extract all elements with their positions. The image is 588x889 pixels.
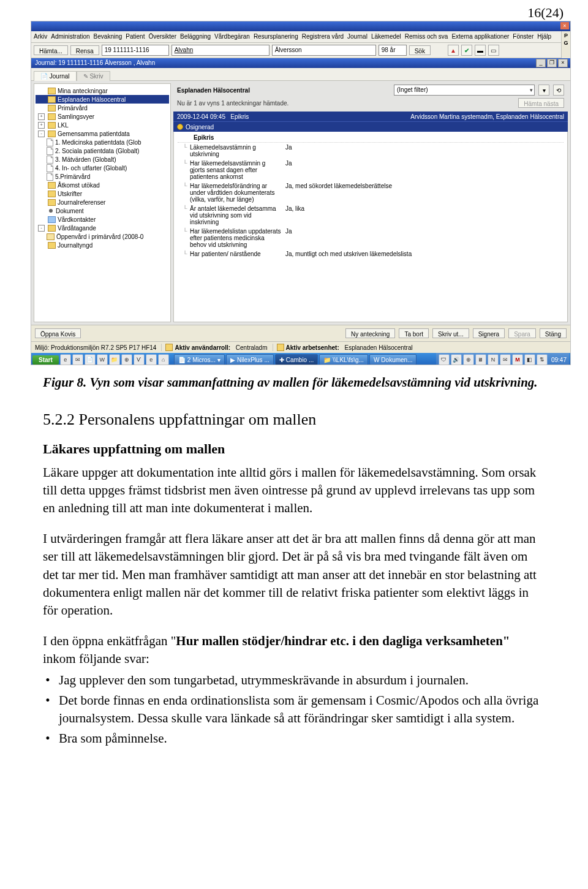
- stang-button[interactable]: Stäng: [540, 328, 567, 338]
- action-bar: Öppna Kovis Ny anteckning Ta bort Skriv …: [31, 325, 570, 341]
- firstname-field[interactable]: Alvahn: [172, 45, 270, 56]
- tree-item[interactable]: Journalreferenser: [36, 198, 169, 206]
- filter-btn-2[interactable]: ⟲: [553, 85, 564, 96]
- paragraph: I den öppna enkätfrågan "Hur mallen stöd…: [43, 632, 545, 668]
- task-button[interactable]: 📄 2 Micros... ▾: [174, 354, 225, 365]
- ql-icon[interactable]: Ѵ: [134, 354, 145, 365]
- hamta-button[interactable]: Hämta...: [34, 45, 68, 55]
- restore-icon[interactable]: ❐: [547, 59, 557, 67]
- heading-5-2-2: 5.2.2 Personalens uppfattningar om malle…: [43, 409, 545, 431]
- tree-item[interactable]: 5.Primärvård: [36, 172, 169, 181]
- folder-icon: [48, 113, 56, 120]
- folder-icon: [48, 182, 56, 189]
- tree-item[interactable]: 2. Sociala patientdata (Globalt): [36, 146, 169, 155]
- start-button[interactable]: Start: [32, 355, 59, 365]
- ql-icon[interactable]: 📄: [85, 354, 96, 365]
- filter-btn-1[interactable]: ▾: [538, 85, 549, 96]
- tree-item[interactable]: -Gemensamma patientdata: [36, 129, 169, 138]
- rensa-button[interactable]: Rensa: [70, 45, 99, 55]
- tab-skriv[interactable]: ✎ Skriv: [77, 71, 110, 81]
- clock: 09:47: [551, 357, 567, 363]
- tree-item[interactable]: Journaltyngd: [36, 241, 169, 249]
- task-button[interactable]: 📁 \\LKL\fs\g...: [319, 354, 368, 365]
- folder-icon: [48, 225, 56, 232]
- tree-item[interactable]: +LKL: [36, 121, 169, 129]
- skrivut-button[interactable]: Skriv ut...: [432, 328, 469, 338]
- tree-item[interactable]: +Samlingsvyer: [36, 112, 169, 121]
- note-status-band: Osignerad: [173, 121, 568, 132]
- tree-item[interactable]: Primärvård: [36, 104, 169, 112]
- tree-item[interactable]: Dokument: [36, 206, 169, 215]
- ql-icon[interactable]: 📁: [109, 354, 120, 365]
- tree-item[interactable]: Utskrifter: [36, 189, 169, 198]
- oppna-kovis-button[interactable]: Öppna Kovis: [35, 328, 81, 338]
- folder-open-icon: [47, 233, 55, 240]
- folder-icon: [48, 96, 56, 103]
- figure-caption: Figur 8. Vyn som visar sammanfattning av…: [43, 374, 545, 392]
- filter-select[interactable]: (Inget filter): [394, 85, 535, 96]
- folder-icon: [48, 105, 56, 112]
- env-label: Miljö: Produktionsmiljön R7.2 SP5 P17 HF…: [35, 344, 156, 351]
- close-icon[interactable]: ×: [558, 59, 568, 67]
- menubar[interactable]: ArkivAdministrationBevakningPatientÖvers…: [31, 31, 561, 43]
- status-bar: Miljö: Produktionsmiljön R7.2 SP5 P17 HF…: [31, 341, 570, 353]
- page-icon: [47, 147, 53, 155]
- tool-icon[interactable]: ▬: [475, 45, 486, 56]
- signera-button[interactable]: Signera: [473, 328, 505, 338]
- close-icon[interactable]: ×: [560, 22, 569, 29]
- sok-button[interactable]: Sök: [409, 45, 431, 55]
- folder-icon: [48, 122, 56, 129]
- task-button[interactable]: ▶ NilexPlus ...: [226, 354, 274, 365]
- note-body[interactable]: Epikris └Läkemedelsavstämnin g utskrivni…: [173, 132, 568, 322]
- ny-anteckning-button[interactable]: Ny anteckning: [345, 328, 395, 338]
- task-button-active[interactable]: ✚ Cambio ...: [275, 354, 318, 365]
- ql-icon[interactable]: ⌂: [158, 354, 169, 365]
- task-button[interactable]: W Dokumen...: [369, 354, 417, 365]
- heading-lakare: Läkares uppfattning om mallen: [43, 440, 545, 459]
- page-icon: [47, 156, 53, 164]
- page-icon: [47, 138, 53, 146]
- bullet-list: Jag upplever den som tungarbetad, utrymm…: [56, 671, 545, 747]
- dot-icon: [49, 209, 53, 213]
- list-item: Bra som påminnelse.: [56, 730, 545, 747]
- minimize-icon[interactable]: _: [536, 59, 546, 67]
- ql-icon[interactable]: e: [60, 354, 71, 365]
- ql-icon[interactable]: ✉: [72, 354, 83, 365]
- note-heading: Epikris: [178, 132, 564, 143]
- windows-taskbar[interactable]: Start e ✉ 📄 W 📁 ⊕ Ѵ e ⌂ 📄 2 Micros... ▾ …: [31, 353, 570, 365]
- page-number: 16(24): [0, 0, 588, 21]
- nav-tree[interactable]: Mina anteckningarEsplanaden Hälsocentral…: [34, 83, 171, 322]
- tree-item[interactable]: Esplanaden Hälsocentral: [36, 95, 169, 104]
- tree-item[interactable]: Mina anteckningar: [36, 86, 169, 95]
- folder-icon: [48, 131, 56, 137]
- warning-icon[interactable]: ▲: [448, 45, 459, 56]
- ql-icon[interactable]: ⊕: [121, 354, 132, 365]
- lastname-field[interactable]: Älversson: [272, 45, 376, 56]
- screenshot: × ArkivAdministrationBevakningPatientÖve…: [31, 21, 571, 365]
- journal-title: Journal: 19 111111-1116 Älversson , Alva…: [35, 59, 155, 66]
- list-item: Det borde finnas en enda ordinationslist…: [56, 692, 545, 728]
- folder-icon: [48, 242, 56, 249]
- tree-item[interactable]: 3. Mätvärden (Globalt): [36, 155, 169, 164]
- tree-item[interactable]: 4. In- och utfarter (Globalt): [36, 164, 169, 172]
- note-row: └Har läkemedelsförändring ar under vårdt…: [174, 181, 567, 204]
- ql-icon[interactable]: W: [97, 354, 108, 365]
- app-titlebar: ×: [31, 21, 570, 31]
- tabort-button[interactable]: Ta bort: [399, 328, 429, 338]
- note-header-band: 2009-12-04 09:45 Epikris Arvidsson Marti…: [173, 112, 568, 121]
- tree-item[interactable]: -Vårdåtagande: [36, 224, 169, 232]
- tree-item[interactable]: Åtkomst utökad: [36, 181, 169, 189]
- ql-icon[interactable]: e: [146, 354, 157, 365]
- side-letters[interactable]: P G: [561, 31, 570, 58]
- tree-item[interactable]: 1. Medicinska patientdata (Glob: [36, 138, 169, 146]
- tool-icon-2[interactable]: ▭: [488, 45, 499, 56]
- user-icon: [277, 344, 284, 351]
- system-tray[interactable]: 🛡🔊⊕🖥N✉M◧⇅ 09:47: [436, 353, 569, 365]
- tree-item[interactable]: Öppenvård i primärvård (2008-0: [36, 232, 169, 241]
- tree-item[interactable]: Vårdkontakter: [36, 215, 169, 224]
- note-row: └Är antalet läkemedel detsamma vid utskr…: [174, 204, 567, 227]
- note-row: └Har läkemedelsavstämnin g gjorts senast…: [174, 159, 567, 181]
- tab-journal[interactable]: 📄 Journal: [34, 71, 77, 81]
- pnr-field[interactable]: 19 111111-1116: [102, 45, 169, 56]
- approve-icon[interactable]: ✔: [461, 45, 472, 56]
